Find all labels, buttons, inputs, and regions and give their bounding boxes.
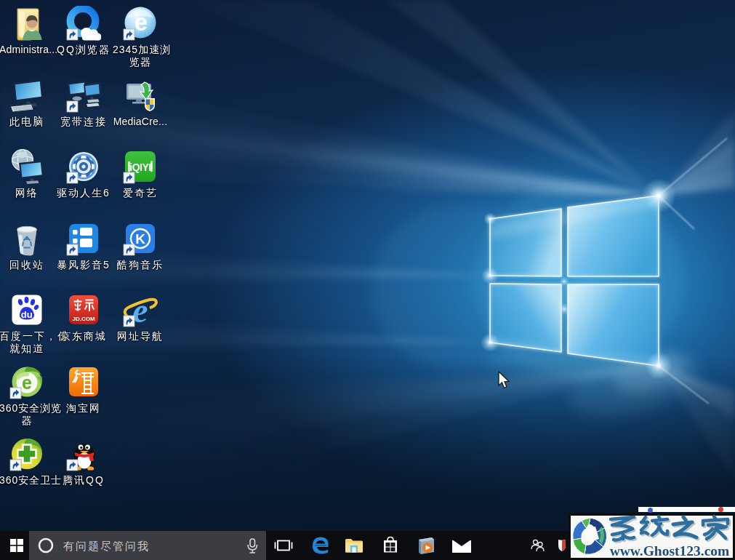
- svg-text:www.Ghost123.com: www.Ghost123.com: [610, 543, 730, 559]
- svg-text:iQIYI: iQIYI: [129, 161, 150, 173]
- svg-text:JD.COM: JD.COM: [72, 316, 95, 322]
- svg-text:e: e: [132, 292, 148, 327]
- svg-text:有问题尽管问我: 有问题尽管问我: [63, 540, 150, 552]
- svg-text:K: K: [135, 231, 145, 247]
- svg-text:e: e: [134, 9, 148, 36]
- svg-text:du: du: [21, 309, 33, 320]
